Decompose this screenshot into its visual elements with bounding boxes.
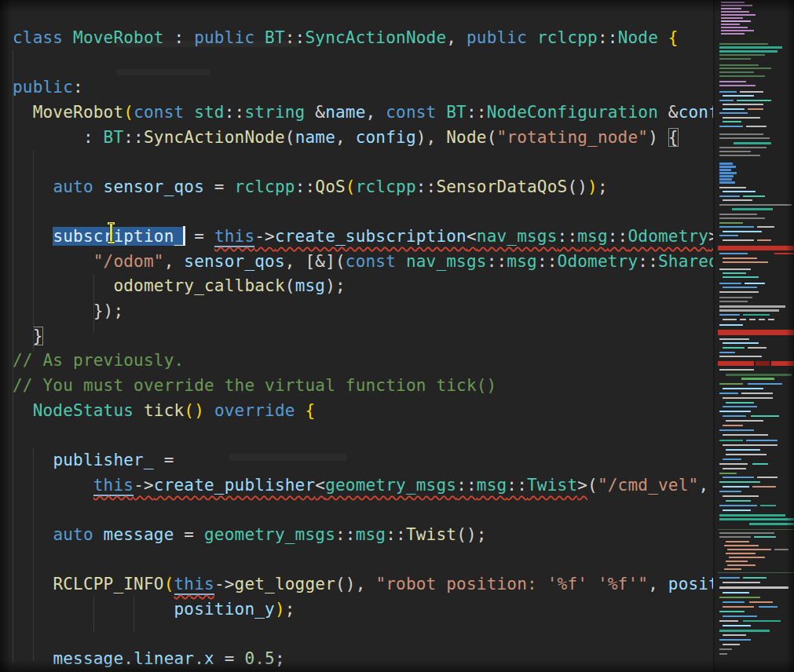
code-line[interactable]: auto sensor_qos = rclcpp::QoS(rclcpp::Se… <box>13 175 713 200</box>
minimap-line <box>723 486 749 488</box>
code-token: msg <box>356 525 386 544</box>
minimap[interactable] <box>713 0 794 672</box>
code-token: BT <box>104 128 124 147</box>
code-token: tick <box>144 401 184 420</box>
code-token: < <box>467 227 477 246</box>
code-line[interactable]: message.linear.x = 0.5; <box>13 647 713 672</box>
code-line[interactable]: position_y); <box>13 597 713 623</box>
code-line[interactable]: : BT::SyncActionNode(name, config), Node… <box>13 126 713 151</box>
minimap-line <box>719 620 738 622</box>
indent-guide <box>93 597 94 633</box>
code-line[interactable]: "/odom", sensor_qos, [&](const nav_msgs:… <box>13 250 713 275</box>
minimap-line <box>721 11 749 13</box>
code-token: ( <box>487 128 497 147</box>
code-line[interactable]: publisher_ = <box>13 448 713 473</box>
code-line[interactable]: NodeStatus tick() override { <box>13 399 713 424</box>
minimap-line <box>721 5 752 6</box>
minimap-line <box>726 454 767 455</box>
minimap-line <box>723 117 760 119</box>
minimap-line <box>748 347 767 349</box>
code-token: :: <box>467 103 487 122</box>
code-token: geometry_msgs <box>325 476 456 495</box>
minimap-line <box>721 24 740 25</box>
indent-guide <box>33 447 34 661</box>
minimap-line <box>752 463 768 465</box>
code-token: this <box>214 227 254 247</box>
code-token: ); <box>325 276 346 295</box>
code-line[interactable]: } <box>13 324 713 349</box>
code-token: linear <box>134 649 194 668</box>
code-token: create_subscription <box>275 227 467 246</box>
code-token: () <box>184 401 204 420</box>
code-line[interactable] <box>13 622 713 647</box>
code-token: , <box>698 476 708 495</box>
code-line[interactable]: MoveRobot(const std::string &name, const… <box>13 100 713 126</box>
code-token: msg <box>577 227 608 246</box>
code-line[interactable]: public: <box>13 75 713 100</box>
code-editor-area[interactable]: class MoveRobot : public BT::SyncActionN… <box>0 0 713 672</box>
code-token: sensor_qos <box>184 252 284 271</box>
minimap-line <box>719 172 737 174</box>
code-token: { <box>305 401 315 420</box>
code-token: msg <box>507 252 537 271</box>
minimap-line <box>723 458 741 460</box>
code-token <box>295 401 306 420</box>
minimap-line <box>719 214 757 215</box>
code-line[interactable] <box>13 150 713 175</box>
minimap-line <box>723 342 759 344</box>
minimap-line <box>719 440 743 441</box>
code-token: create_publisher <box>154 476 316 495</box>
minimap-line <box>719 429 754 431</box>
minimap-line <box>743 195 765 197</box>
code-line[interactable]: subscription_ = this->create_subscriptio… <box>13 225 713 250</box>
minimap-line <box>723 477 754 478</box>
code-token: = <box>174 525 205 544</box>
minimap-line <box>719 163 733 165</box>
code-line[interactable]: RCLCPP_INFO(this->get_logger(), "robot p… <box>13 572 713 597</box>
code-token: -> <box>214 575 235 593</box>
code-token: name <box>295 128 335 147</box>
minimap-line <box>719 369 754 371</box>
minimap-line <box>719 505 757 506</box>
minimap-line <box>718 529 794 530</box>
code-line[interactable]: // As previously. <box>13 349 713 374</box>
code-token: , <box>648 575 668 593</box>
minimap-line <box>723 239 754 241</box>
minimap-line <box>719 253 748 254</box>
code-line[interactable]: odometry_callback(msg); <box>13 274 713 299</box>
code-token: BT <box>446 103 467 122</box>
minimap-line <box>774 549 789 550</box>
minimap-line <box>749 601 773 603</box>
code-line[interactable] <box>13 423 713 448</box>
code-line[interactable] <box>13 199 713 225</box>
code-token: :: <box>386 525 406 544</box>
code-token: , <box>446 28 467 47</box>
minimap-line <box>719 383 743 385</box>
minimap-line <box>719 309 779 312</box>
code-token: std <box>194 103 225 122</box>
minimap-line <box>719 597 760 598</box>
code-token: (); <box>456 525 487 544</box>
code-line[interactable]: // You must override the virtual functio… <box>13 374 713 399</box>
minimap-line <box>723 272 746 274</box>
code-line[interactable]: this->create_publisher<geometry_msgs::ms… <box>13 473 713 499</box>
code-token: this <box>93 476 134 496</box>
code-line[interactable] <box>13 547 713 572</box>
code-line[interactable]: }); <box>13 299 713 324</box>
minimap-line <box>724 545 759 546</box>
code-token: :: <box>335 525 356 544</box>
minimap-line <box>719 166 736 168</box>
code-token: rclcpp <box>537 28 598 47</box>
code-token: Odometry <box>558 252 638 271</box>
code-token: const <box>134 103 194 122</box>
minimap-line <box>719 491 741 492</box>
minimap-line <box>726 561 748 562</box>
code-line[interactable] <box>13 498 713 523</box>
code-token: override <box>214 401 295 420</box>
code-token: msg <box>477 476 507 495</box>
minimap-line <box>723 276 759 278</box>
code-line[interactable]: auto message = geometry_msgs::msg::Twist… <box>13 523 713 548</box>
code-token: ( <box>285 128 295 147</box>
minimap-line <box>719 91 737 93</box>
code-token: "/odom" <box>93 252 164 271</box>
